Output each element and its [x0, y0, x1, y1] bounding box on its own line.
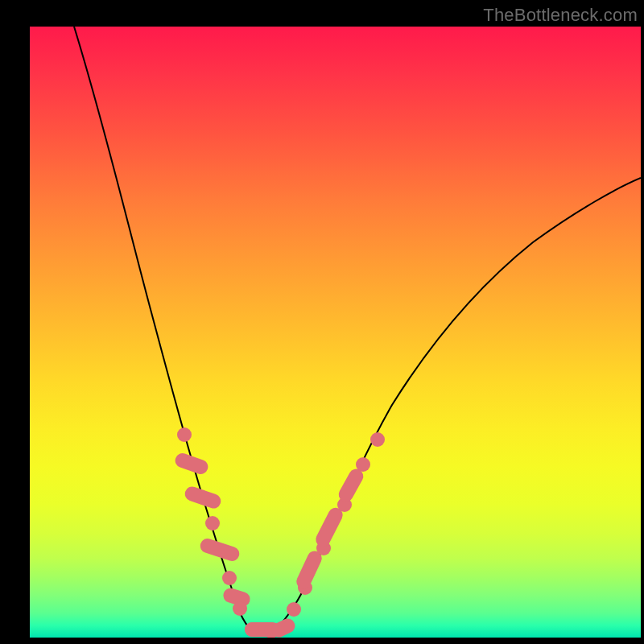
svg-rect-2	[183, 485, 222, 510]
svg-rect-4	[198, 537, 241, 564]
svg-rect-11	[270, 617, 298, 638]
svg-point-20	[370, 432, 385, 447]
svg-rect-1	[173, 452, 210, 477]
bottleneck-curve-svg	[30, 27, 641, 638]
svg-point-9	[245, 622, 259, 637]
valley-markers	[245, 617, 297, 638]
chart-frame: TheBottleneck.com	[0, 0, 644, 644]
right-branch-markers	[287, 432, 385, 617]
svg-rect-16	[313, 506, 345, 550]
svg-point-0	[177, 427, 192, 442]
svg-point-5	[222, 571, 237, 585]
watermark-text: TheBottleneck.com	[483, 5, 638, 26]
svg-rect-18	[336, 466, 365, 504]
svg-point-7	[233, 601, 247, 616]
svg-point-12	[287, 602, 301, 617]
svg-point-3	[205, 516, 220, 530]
bottleneck-curve	[74, 27, 641, 635]
svg-rect-14	[294, 549, 324, 592]
left-branch-markers	[173, 427, 252, 616]
plot-area	[30, 27, 641, 638]
svg-point-19	[356, 457, 370, 472]
